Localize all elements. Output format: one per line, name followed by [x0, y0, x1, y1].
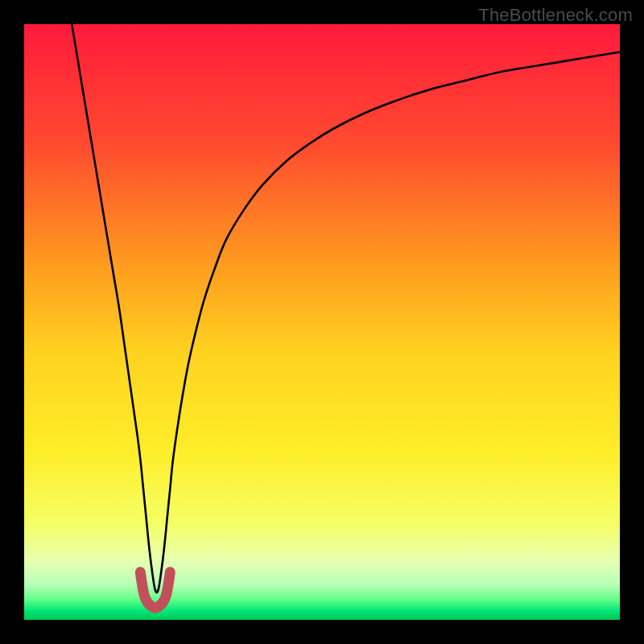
gradient-background: [24, 24, 620, 620]
chart-plot-area: [24, 24, 620, 620]
chart-svg: [24, 24, 620, 620]
chart-frame: TheBottleneck.com: [0, 0, 644, 644]
watermark-text: TheBottleneck.com: [478, 5, 633, 26]
